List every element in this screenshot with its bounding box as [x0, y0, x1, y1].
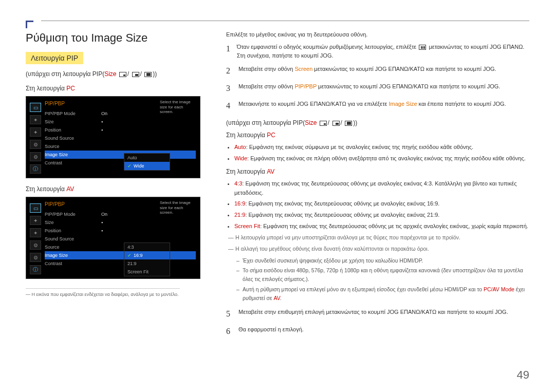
info-icon: ⓘ	[30, 164, 41, 174]
nav-icon: ✦	[30, 216, 41, 225]
kw: Screen Fit	[234, 223, 260, 229]
monitor-icon: ▭	[30, 103, 41, 112]
mode-av-label-right: Στη λειτουργία AV	[226, 168, 529, 175]
kw: Screen	[294, 66, 312, 72]
t: Θα εφαρμοστεί η επιλογή.	[238, 325, 304, 338]
osd-row: Source	[45, 243, 196, 251]
monitor-icon: ▭	[30, 203, 41, 213]
osd-row-selected: Image Size	[45, 151, 196, 159]
pc: PC	[267, 132, 275, 139]
osd-row: Size▪	[45, 118, 196, 126]
osd-row: Size▪	[45, 218, 196, 227]
osd-row-selected: Image Size	[45, 251, 196, 259]
t: Το σήμα εισόδου είναι 480p, 576p, 720p ή…	[236, 266, 529, 284]
t: : Εμφάνιση της εικόνας σε πλήρη οθόνη αν…	[247, 155, 526, 161]
osd-submenu: Auto ✓Wide	[124, 153, 170, 171]
osd-row: Position▪	[45, 126, 196, 134]
check-icon: ✓	[127, 163, 132, 169]
t: Στη λειτουργία	[26, 185, 66, 193]
osd-tooltip: Select the image size for each screen.	[160, 100, 197, 115]
pc: PC	[66, 85, 75, 92]
size-large-icon	[345, 121, 352, 126]
t: μετακινώντας το κουμπί JOG ΕΠΑΝΩ/ΚΑΤΩ κα…	[317, 83, 500, 89]
osd-sidebar: ▭ ✦ ✦ ⚙ ⚙ ⓘ	[26, 201, 45, 274]
step-2: 2 Μεταβείτε στην οθόνη Screen μετακινώντ…	[226, 65, 529, 77]
step-number: 5	[226, 308, 233, 320]
kw: 4:3	[234, 180, 242, 186]
t: : Εμφάνιση της εικόνας της δευτερεύουσας…	[245, 212, 439, 218]
osd-opt: Auto	[124, 154, 170, 162]
t: : Εμφάνιση της εικόνας της δευτερεύουσας…	[260, 223, 528, 229]
t: : Εμφάνιση της εικόνας της δευτερεύουσας…	[245, 200, 439, 207]
step-number: 6	[226, 325, 233, 338]
step-number: 4	[226, 100, 233, 112]
nav-icon: ✦	[30, 127, 41, 137]
top-divider	[41, 21, 529, 21]
osd-row: Position▪	[45, 227, 196, 235]
size-word: Size	[104, 70, 116, 78]
nav-icon: ✦	[30, 115, 41, 124]
osd-row: Sound Source	[45, 134, 196, 142]
t: Αυτή η ρύθμιση μπορεί να επιλεγεί μόνο α…	[243, 286, 484, 292]
size-med-icon	[132, 72, 139, 77]
size-word: Size	[305, 119, 317, 126]
osd-opt: 4:3	[124, 243, 170, 251]
corner-mark-icon	[26, 21, 33, 28]
osd-row: Source	[45, 142, 196, 151]
t: .	[280, 295, 282, 301]
t: : Εμφάνιση της εικόνας της δευτερεύουσας…	[234, 180, 517, 196]
gear-icon: ⚙	[30, 253, 41, 262]
osd-opt: 21:9	[124, 259, 170, 268]
osd-row: Contrast	[45, 159, 196, 167]
step-5: 5 Μεταβείτε στην επιθυμητή επιλογή μετακ…	[226, 308, 529, 320]
step-1: 1 Όταν εμφανιστεί ο οδηγός κουμπιών ρυθμ…	[226, 43, 529, 60]
osd-opt-selected: ✓Wide	[124, 162, 170, 170]
gear-icon: ⚙	[30, 152, 41, 161]
size-large-icon	[144, 72, 152, 77]
kw: PC/AV Mode	[484, 286, 514, 292]
kw: 21:9	[234, 212, 245, 218]
t: Στη λειτουργία	[226, 168, 267, 175]
kw: Image Size	[388, 101, 417, 107]
size-med-icon	[332, 121, 340, 126]
step-3: 3 Μεταβείτε στην οθόνη PIP/PBP μετακινών…	[226, 82, 529, 95]
page-title: Ρύθμιση του Image Size	[26, 31, 206, 45]
pip-size-line-right: (υπάρχει στη λειτουργία PIP(Size / / ))	[226, 119, 529, 126]
pip-size-line: (υπάρχει στη λειτουργία PIP(Size / / ))	[26, 70, 206, 78]
t: και έπειτα πατήστε το κουμπί JOG.	[417, 101, 506, 107]
t: μετακινώντας το κουμπί JOG ΕΠΑΝΩ/ΚΑΤΩ κα…	[312, 66, 496, 72]
osd-screenshot-av: ▭ ✦ ✦ ⚙ ⚙ ⓘ PIP/PBP PIP/PBP ModeOn Size▪…	[26, 197, 200, 279]
t: Μεταβείτε στην οθόνη	[238, 83, 294, 89]
kw: Wide	[234, 155, 247, 161]
step-number: 1	[226, 43, 232, 60]
note-2: Η αλλαγή του μεγέθους οθόνης είναι δυνατ…	[228, 245, 529, 253]
step-4: 4 Μετακινήστε το κουμπί JOG ΕΠΑΝΩ/ΚΑΤΩ γ…	[226, 100, 529, 112]
step-number: 3	[226, 82, 233, 95]
t: Στη λειτουργία	[26, 85, 66, 92]
size-small-icon	[320, 121, 327, 126]
t: Μεταβείτε στην οθόνη	[238, 66, 294, 72]
gear-icon: ⚙	[30, 240, 41, 250]
osd-row: Sound Source	[45, 235, 196, 243]
osd-sidebar: ▭ ✦ ✦ ⚙ ⚙ ⓘ	[26, 101, 45, 174]
osd-tooltip: Select the image size for each screen.	[160, 200, 197, 215]
nav-icon: ✦	[30, 228, 41, 237]
info-icon: ⓘ	[30, 265, 41, 274]
check-icon: ✓	[127, 253, 132, 258]
t: : Εμφάνιση της εικόνας σύμφωνα με τις αν…	[246, 144, 473, 150]
t: Έχει συνδεθεί συσκευή ψηφιακής εξόδου με…	[236, 256, 529, 265]
t: Στη λειτουργία	[226, 132, 267, 139]
mode-pc-label-right: Στη λειτουργία PC	[226, 132, 529, 139]
osd-submenu: 4:3 ✓16:9 21:9 Screen Fit	[124, 242, 170, 276]
osd-screenshot-pc: ▭ ✦ ✦ ⚙ ⚙ ⓘ PIP/PBP PIP/PBP ModeOn Size▪…	[26, 96, 200, 178]
kw: PIP/PBP	[294, 83, 317, 89]
osd-opt-selected: ✓16:9	[124, 251, 170, 259]
t: Μετακινήστε το κουμπί JOG ΕΠΑΝΩ/ΚΑΤΩ για…	[238, 101, 388, 107]
note-1: Η λειτουργία μπορεί να μην υποστηρίζεται…	[228, 234, 529, 242]
mode-av-label: Στη λειτουργία AV	[26, 185, 206, 193]
osd-row: Contrast	[45, 259, 196, 268]
t: (υπάρχει στη λειτουργία PIP(	[226, 119, 305, 126]
pc-options: Auto: Εμφάνιση της εικόνας σύμφωνα με τι…	[234, 143, 529, 163]
av: AV	[267, 168, 274, 175]
intro-text: Επιλέξτε το μέγεθος εικόνας για τη δευτε…	[226, 31, 529, 38]
